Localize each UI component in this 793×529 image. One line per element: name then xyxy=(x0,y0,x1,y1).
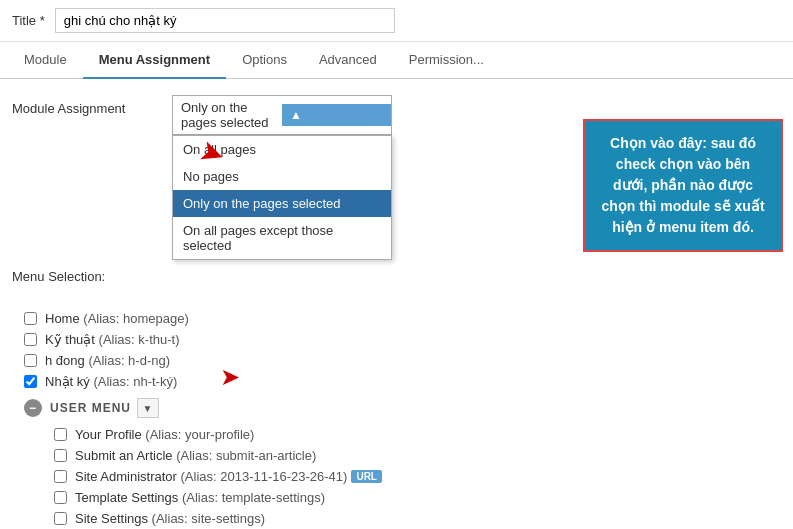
select-value: Only on the pages selected xyxy=(181,100,274,130)
checkbox-submit-article[interactable] xyxy=(54,449,67,462)
tab-advanced[interactable]: Advanced xyxy=(303,42,393,79)
menu-item-nhatky-alias: (Alias: nh-t-ký) xyxy=(90,374,177,389)
checkbox-kythuat[interactable] xyxy=(24,333,37,346)
module-assignment-label: Module Assignment xyxy=(12,95,172,116)
checkbox-site-settings[interactable] xyxy=(54,512,67,525)
list-item: Kỹ thuật (Alias: k-thu-t) xyxy=(24,329,781,350)
menu-item-submit-article-label: Submit an Article xyxy=(75,448,173,463)
content-area: Module Assignment Only on the pages sele… xyxy=(0,79,793,529)
menu-item-kythuat-alias: (Alias: k-thu-t) xyxy=(95,332,180,347)
menu-item-template-settings-alias: (Alias: template-settings) xyxy=(178,490,325,505)
annotation-text: Chọn vào đây: sau đó check chọn vào bên … xyxy=(601,135,764,235)
menu-tree: Home (Alias: homepage) Kỹ thuật (Alias: … xyxy=(12,308,781,529)
select-arrow-icon[interactable]: ▲ xyxy=(282,104,391,126)
checkbox-hdong[interactable] xyxy=(24,354,37,367)
dropdown-item-except[interactable]: On all pages except those selected xyxy=(173,217,391,259)
menu-item-site-settings-label: Site Settings xyxy=(75,511,148,526)
menu-item-home-label: Home xyxy=(45,311,80,326)
list-item: Nhật ký (Alias: nh-t-ký) xyxy=(24,371,781,392)
annotation-box: Chọn vào đây: sau đó check chọn vào bên … xyxy=(583,119,783,252)
menu-item-site-admin-label: Site Administrator xyxy=(75,469,177,484)
list-item: Your Profile (Alias: your-profile) xyxy=(54,424,781,445)
list-item: Home (Alias: homepage) xyxy=(24,308,781,329)
menu-item-nhatky-label: Nhật ký xyxy=(45,374,90,389)
user-menu-items: Your Profile (Alias: your-profile) Submi… xyxy=(54,424,781,529)
list-item: Site Settings (Alias: site-settings) xyxy=(54,508,781,529)
menu-item-site-admin-alias: (Alias: 2013-11-16-23-26-41) xyxy=(177,469,348,484)
menu-selection-label: Menu Selection: xyxy=(12,265,172,284)
list-item: Site Administrator (Alias: 2013-11-16-23… xyxy=(54,466,781,487)
menu-item-site-settings-alias: (Alias: site-settings) xyxy=(148,511,265,526)
menu-item-home-alias: (Alias: homepage) xyxy=(80,311,189,326)
user-menu-header: − USER MENU ▼ xyxy=(24,392,781,424)
user-menu-arrow-icon[interactable]: ▼ xyxy=(137,398,159,418)
list-item: Template Settings (Alias: template-setti… xyxy=(54,487,781,508)
title-label: Title * xyxy=(12,13,45,28)
checkbox-site-admin[interactable] xyxy=(54,470,67,483)
tab-permissions[interactable]: Permission... xyxy=(393,42,500,79)
module-assignment-select-container: Only on the pages selected ▲ On all page… xyxy=(172,95,392,135)
checkbox-template-settings[interactable] xyxy=(54,491,67,504)
checkbox-your-profile[interactable] xyxy=(54,428,67,441)
menu-item-template-settings-label: Template Settings xyxy=(75,490,178,505)
menu-item-hdong-alias: (Alias: h-d-ng) xyxy=(85,353,170,368)
red-arrow-nhatky-icon: ➤ xyxy=(220,363,240,391)
top-bar: Title * xyxy=(0,0,793,42)
menu-item-hdong-label: h đong xyxy=(45,353,85,368)
checkbox-home[interactable] xyxy=(24,312,37,325)
menu-item-your-profile-label: Your Profile xyxy=(75,427,142,442)
dropdown-item-only[interactable]: Only on the pages selected xyxy=(173,190,391,217)
tab-options[interactable]: Options xyxy=(226,42,303,79)
menu-item-your-profile-alias: (Alias: your-profile) xyxy=(142,427,255,442)
tab-menu-assignment[interactable]: Menu Assignment xyxy=(83,42,226,79)
list-item: Submit an Article (Alias: submit-an-arti… xyxy=(54,445,781,466)
menu-selection-row: Menu Selection: xyxy=(12,265,781,284)
title-input[interactable] xyxy=(55,8,395,33)
user-menu-collapse-icon[interactable]: − xyxy=(24,399,42,417)
user-menu-label: USER MENU xyxy=(50,401,131,415)
menu-item-kythuat-label: Kỹ thuật xyxy=(45,332,95,347)
url-badge: URL xyxy=(351,470,382,483)
tabs-container: Module Menu Assignment Options Advanced … xyxy=(0,42,793,79)
menu-item-submit-article-alias: (Alias: submit-an-article) xyxy=(173,448,317,463)
module-assignment-select[interactable]: Only on the pages selected ▲ xyxy=(172,95,392,135)
list-item: h đong (Alias: h-d-ng) xyxy=(24,350,781,371)
checkbox-nhatky[interactable] xyxy=(24,375,37,388)
tab-module[interactable]: Module xyxy=(8,42,83,79)
